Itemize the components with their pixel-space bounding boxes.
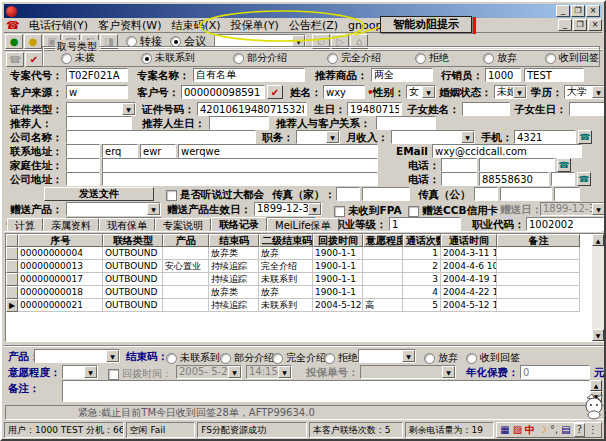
signed-radio[interactable] xyxy=(466,353,477,364)
table-scrollbar[interactable]: ▲ ▼ xyxy=(592,234,604,341)
column-header[interactable]: 序号 xyxy=(18,234,103,247)
remark-scroll-up-icon[interactable]: ▲ xyxy=(590,380,602,391)
menu-bulletin[interactable]: 公告栏(Z) xyxy=(284,17,343,34)
id-no-input[interactable] xyxy=(197,102,307,116)
marital-combobox[interactable]: 未婚 xyxy=(494,85,527,99)
fax-office-input[interactable] xyxy=(500,187,552,201)
child-minimize-button[interactable]: _ xyxy=(558,19,572,31)
network-icon[interactable]: ▦ xyxy=(500,424,509,436)
home-address-input-1[interactable] xyxy=(66,158,100,172)
current-row-indicator[interactable] xyxy=(6,299,18,312)
send-file-button[interactable]: 发送文件 xyxy=(44,187,154,201)
hold-call-button[interactable]: ● xyxy=(24,34,42,49)
tab-existing-policies[interactable]: 现有保单 xyxy=(99,218,155,231)
chevron-down-icon[interactable] xyxy=(84,366,97,378)
column-header[interactable]: 备注 xyxy=(497,234,580,247)
column-header[interactable]: 通话次数 xyxy=(403,234,441,247)
conference-radio[interactable] xyxy=(170,36,181,47)
ccb-checkbox[interactable] xyxy=(408,206,419,217)
endcode-option-reject[interactable]: 拒绝 xyxy=(324,351,358,365)
email-input[interactable] xyxy=(432,144,582,158)
tray-handle-icon[interactable]: ⋮ xyxy=(588,424,598,436)
contact-address-input-3[interactable] xyxy=(140,144,176,158)
help-icon[interactable]: ? xyxy=(574,423,585,437)
redial-button[interactable]: ☎ xyxy=(6,52,24,67)
verify-customer-button[interactable]: ✔ xyxy=(267,85,283,99)
case-name-input[interactable] xyxy=(193,68,305,82)
customer-no-input[interactable] xyxy=(181,85,265,99)
menu-telemarketing[interactable]: 电话行销(Y) xyxy=(24,17,93,34)
column-header[interactable]: 产品 xyxy=(163,234,209,247)
fax-home-input[interactable] xyxy=(362,187,410,201)
job-title-combobox[interactable] xyxy=(296,130,340,144)
partial-radio[interactable] xyxy=(233,53,244,64)
tab-contact-records[interactable]: 联络记录 xyxy=(211,217,267,231)
recommend-product-input[interactable] xyxy=(371,68,433,82)
tab-relatives[interactable]: 亲属资料 xyxy=(43,218,99,231)
callback-option[interactable]: 回拨时间： xyxy=(108,367,172,381)
row-selector[interactable] xyxy=(6,260,18,273)
gift-date-combobox[interactable]: 1899-12-30 xyxy=(254,202,322,216)
office-address-input-2[interactable] xyxy=(102,172,378,186)
contact-address-input-2[interactable] xyxy=(102,144,138,158)
endcode-option-giveup[interactable]: 放弃 xyxy=(424,351,458,365)
fpa-checkbox[interactable] xyxy=(334,206,345,217)
chevron-down-icon[interactable] xyxy=(592,86,605,98)
menu-customer-data[interactable]: 客户资料(W) xyxy=(93,17,166,34)
menu-policy[interactable]: 投保单(Y) xyxy=(226,17,284,34)
ccb-card-option[interactable]: 赠送CCB信用卡 xyxy=(408,204,498,218)
heard-checkbox[interactable] xyxy=(166,190,177,201)
endcode-option-partial[interactable]: 部分介绍 xyxy=(220,351,274,365)
chevron-down-icon[interactable] xyxy=(147,203,160,215)
fax-home-area-input[interactable] xyxy=(336,187,360,201)
ime-chinese-icon[interactable]: 中 xyxy=(525,424,535,436)
partial-radio[interactable] xyxy=(220,353,231,364)
fax-office-area-input[interactable] xyxy=(474,187,498,201)
child-birthday-input[interactable] xyxy=(569,102,606,116)
office-phone-area-input[interactable] xyxy=(441,172,477,186)
confirm-button[interactable]: ✔ xyxy=(25,52,43,67)
endcode-option-full[interactable]: 完全介绍 xyxy=(272,351,326,365)
giveup-radio[interactable] xyxy=(483,53,494,64)
full-radio[interactable] xyxy=(327,53,338,64)
answer-call-button[interactable]: ● xyxy=(5,34,23,49)
callback-checkbox[interactable] xyxy=(108,369,119,380)
agent-name-input[interactable] xyxy=(524,68,584,82)
dial-home-phone-button[interactable]: ☎ xyxy=(557,158,571,172)
dialtype-option-partial[interactable]: 部分介绍 xyxy=(233,51,287,65)
home-phone-input[interactable] xyxy=(479,158,555,172)
notdialed-radio[interactable] xyxy=(61,53,72,64)
column-header[interactable]: 通话时间 xyxy=(441,234,497,247)
dialtype-option-notreached[interactable]: 未联系到 xyxy=(141,51,195,65)
endcode-option-notreached[interactable]: 未联系到 xyxy=(166,351,220,365)
referrer-birthday-input[interactable] xyxy=(209,116,269,130)
office-phone-input[interactable] xyxy=(479,172,549,186)
signed-radio[interactable] xyxy=(545,53,556,64)
column-header[interactable]: 结束码 xyxy=(209,234,259,247)
minimize-button[interactable]: _ xyxy=(556,5,570,17)
close-button[interactable]: × xyxy=(586,5,600,17)
office-phone-ext-input[interactable] xyxy=(551,172,575,186)
row-selector[interactable] xyxy=(6,247,18,260)
menu-end-code[interactable]: 结束码(X) xyxy=(166,17,225,34)
education-combobox[interactable]: 大学 xyxy=(564,85,606,99)
customer-source-input[interactable] xyxy=(66,85,128,99)
income-combobox[interactable] xyxy=(391,130,475,144)
column-header[interactable]: 二级结束码 xyxy=(259,234,313,247)
scroll-down-icon[interactable]: ▼ xyxy=(592,329,604,341)
chevron-down-icon[interactable] xyxy=(106,350,119,362)
result-product-combobox[interactable] xyxy=(34,349,120,363)
dialtype-option-signed[interactable]: 收到回签 xyxy=(545,51,599,65)
home-phone-area-input[interactable] xyxy=(441,158,477,172)
mobile-input[interactable] xyxy=(514,130,576,144)
reject-radio[interactable] xyxy=(324,353,335,364)
ime-punctuation-icon[interactable]: °, xyxy=(550,424,558,436)
dialtype-option-notdialed[interactable]: 未拨 xyxy=(61,51,95,65)
tab-calc[interactable]: 计算 xyxy=(7,218,43,231)
contact-address-input-1[interactable] xyxy=(66,144,100,158)
giveup-radio[interactable] xyxy=(424,353,435,364)
scroll-up-icon[interactable]: ▲ xyxy=(592,234,604,246)
ime-softkeyboard-icon[interactable]: ▤ xyxy=(561,424,570,436)
home-address-input-2[interactable] xyxy=(102,158,378,172)
company-name-input[interactable] xyxy=(66,130,256,144)
